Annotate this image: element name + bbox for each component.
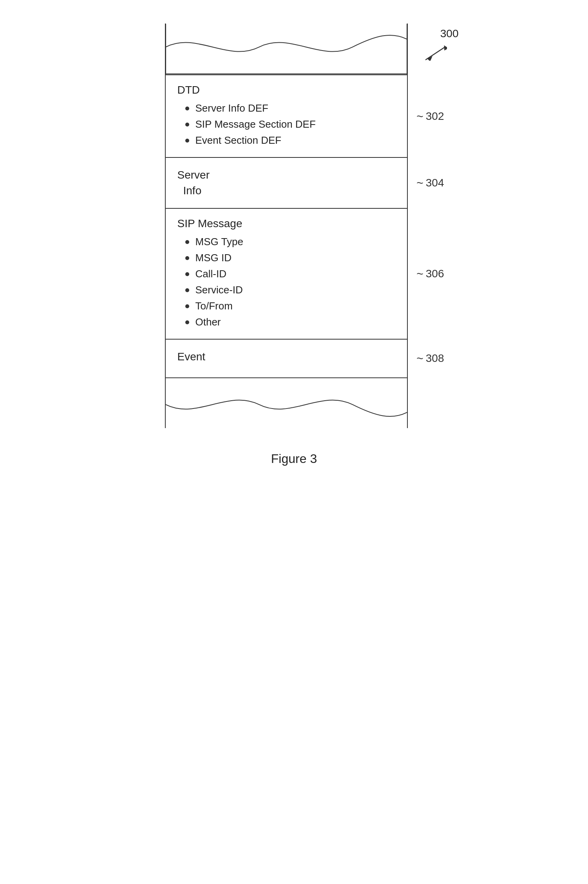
ref-label-302: ~ 302 xyxy=(416,110,444,123)
info-title: Info xyxy=(183,184,395,197)
bullet-dot-icon xyxy=(185,288,189,292)
page-container: 300 xyxy=(0,24,588,466)
diagram-wrapper: 300 xyxy=(165,24,423,428)
dtd-bullet-1-text: Server Info DEF xyxy=(195,102,268,114)
sip-bullet-1: MSG Type xyxy=(185,234,395,250)
sip-bullet-6: Other xyxy=(185,314,395,330)
sip-bullet-1-text: MSG Type xyxy=(195,236,243,248)
bullet-dot-icon xyxy=(185,320,189,324)
sip-bullet-3: Call-ID xyxy=(185,266,395,282)
sip-bullet-list: MSG Type MSG ID Call-ID Service-ID xyxy=(185,234,395,330)
tilde-icon: ~ xyxy=(416,267,423,280)
bullet-dot-icon xyxy=(185,304,189,308)
diagram-box: DTD Server Info DEF SIP Message Section … xyxy=(165,24,408,428)
ref-302-text: 302 xyxy=(426,110,444,123)
tilde-icon: ~ xyxy=(416,110,423,123)
dtd-bullet-list: Server Info DEF SIP Message Section DEF … xyxy=(185,100,395,148)
bullet-dot-icon xyxy=(185,256,189,260)
sip-bullet-4-text: Service-ID xyxy=(195,284,243,296)
sip-bullet-6-text: Other xyxy=(195,316,221,328)
tilde-icon: ~ xyxy=(416,352,423,365)
sip-bullet-2-text: MSG ID xyxy=(195,252,232,264)
dtd-bullet-3-text: Event Section DEF xyxy=(195,134,282,146)
top-wave-section xyxy=(166,24,407,74)
ref-304-text: 304 xyxy=(426,177,444,189)
dtd-bullet-3: Event Section DEF xyxy=(185,132,395,148)
sip-message-title: SIP Message xyxy=(177,217,395,230)
event-section: Event ~ 308 xyxy=(166,339,407,377)
sip-bullet-5: To/From xyxy=(185,298,395,314)
sip-bullet-2: MSG ID xyxy=(185,250,395,266)
bullet-dot-icon xyxy=(185,240,189,244)
dtd-bullet-2: SIP Message Section DEF xyxy=(185,116,395,132)
sip-bullet-3-text: Call-ID xyxy=(195,268,226,280)
sip-bullet-5-text: To/From xyxy=(195,300,233,312)
svg-line-0 xyxy=(425,47,445,60)
ref-306-text: 306 xyxy=(426,268,444,280)
bottom-wave-section xyxy=(166,377,407,428)
bullet-dot-icon xyxy=(185,107,189,110)
dtd-section: DTD Server Info DEF SIP Message Section … xyxy=(166,74,407,157)
ref-label-304: ~ 304 xyxy=(416,176,444,190)
ref-308-text: 308 xyxy=(426,352,444,365)
sip-bullet-4: Service-ID xyxy=(185,282,395,298)
tilde-icon: ~ xyxy=(416,176,423,190)
arrow-300-icon xyxy=(425,45,447,62)
ref-label-306: ~ 306 xyxy=(416,267,444,280)
event-title: Event xyxy=(177,351,395,363)
server-title: Server xyxy=(177,169,395,181)
ref-label-308: ~ 308 xyxy=(416,352,444,365)
dtd-bullet-1: Server Info DEF xyxy=(185,100,395,116)
figure-caption: Figure 3 xyxy=(271,452,317,466)
bullet-dot-icon xyxy=(185,139,189,143)
bullet-dot-icon xyxy=(185,272,189,276)
svg-marker-1 xyxy=(442,45,447,51)
server-info-section: Server Info ~ 304 xyxy=(166,157,407,208)
dtd-bullet-2-text: SIP Message Section DEF xyxy=(195,118,316,130)
ref-label-300: 300 xyxy=(440,27,459,40)
dtd-title: DTD xyxy=(177,84,395,96)
sip-message-section: SIP Message MSG Type MSG ID Call-ID xyxy=(166,208,407,339)
bullet-dot-icon xyxy=(185,123,189,127)
